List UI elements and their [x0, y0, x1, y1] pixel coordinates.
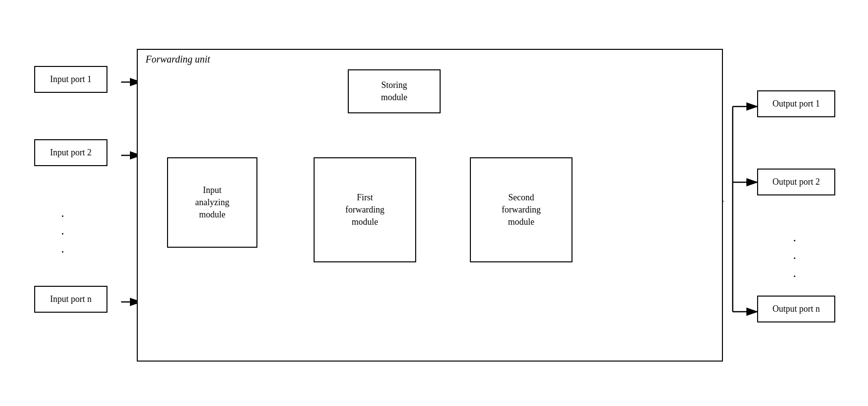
- diagram-container: Input port 1 Input port 2 ··· Input port…: [20, 20, 850, 386]
- input-analyzing-label: Input analyzing module: [195, 184, 230, 221]
- input-port-1: Input port 1: [34, 66, 107, 93]
- second-forwarding-label: Second forwarding module: [502, 192, 541, 229]
- output-dots: ···: [793, 232, 797, 285]
- first-forwarding-label: First forwarding module: [345, 192, 384, 229]
- output-port-1: Output port 1: [757, 90, 835, 117]
- output-port-n: Output port n: [757, 296, 835, 322]
- storing-module-label: Storing module: [381, 79, 407, 104]
- second-forwarding-module: Second forwarding module: [470, 157, 572, 262]
- input-analyzing-module: Input analyzing module: [167, 157, 257, 248]
- output-port-2: Output port 2: [757, 169, 835, 195]
- forwarding-unit-box: Forwarding unit Storing module Input ana…: [137, 49, 723, 362]
- storing-module: Storing module: [348, 69, 441, 113]
- forwarding-unit-label: Forwarding unit: [146, 54, 210, 65]
- first-forwarding-module: First forwarding module: [314, 157, 416, 262]
- input-port-2: Input port 2: [34, 139, 107, 166]
- input-dots: ···: [61, 208, 64, 261]
- input-port-n: Input port n: [34, 286, 107, 313]
